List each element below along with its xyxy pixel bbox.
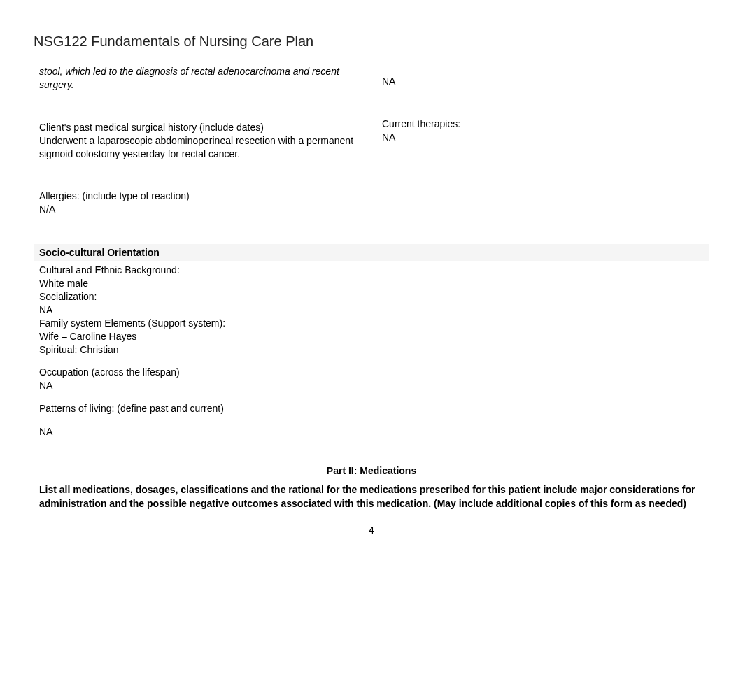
part2-section: Part II: Medications List all medication… [34, 462, 709, 536]
chief-complaint-fragment: stool, which led to the diagnosis of rec… [39, 65, 357, 92]
therapies-value: NA [382, 131, 704, 144]
family-value: Wife – Caroline Hayes [39, 330, 704, 343]
therapies-label: Current therapies: [382, 117, 704, 131]
patterns-value: NA [39, 425, 704, 438]
socio-cultural-header: Socio-cultural Orientation [34, 244, 709, 261]
socialization-value: NA [39, 303, 704, 317]
history-label: Client's past medical surgical history (… [39, 121, 357, 134]
part2-description: List all medications, dosages, classific… [39, 479, 704, 517]
occupation-label: Occupation (across the lifespan) [39, 366, 704, 379]
allergies-label: Allergies: (include type of reaction) [39, 190, 357, 203]
part2-title: Part II: Medications [39, 462, 704, 479]
spiritual-text: Spiritual: Christian [39, 343, 704, 357]
patterns-label: Patterns of living: (define past and cur… [39, 402, 704, 415]
left-column: stool, which led to the diagnosis of rec… [34, 59, 362, 222]
page-number: 4 [39, 524, 704, 536]
right-top-value: NA [382, 75, 704, 88]
two-column-section: stool, which led to the diagnosis of rec… [34, 59, 709, 222]
page-title: NSG122 Fundamentals of Nursing Care Plan [34, 34, 313, 50]
allergies-value: N/A [39, 203, 357, 216]
right-column: NA Current therapies: NA [376, 59, 709, 222]
socio-cultural-body: Cultural and Ethnic Background: White ma… [34, 261, 709, 441]
family-label: Family system Elements (Support system): [39, 317, 704, 330]
socialization-label: Socialization: [39, 290, 704, 303]
occupation-value: NA [39, 379, 704, 392]
cultural-value: White male [39, 277, 704, 290]
history-value: Underwent a laparoscopic abdominoperinea… [39, 134, 357, 161]
document-body: stool, which led to the diagnosis of rec… [34, 59, 709, 536]
cultural-label: Cultural and Ethnic Background: [39, 264, 704, 277]
